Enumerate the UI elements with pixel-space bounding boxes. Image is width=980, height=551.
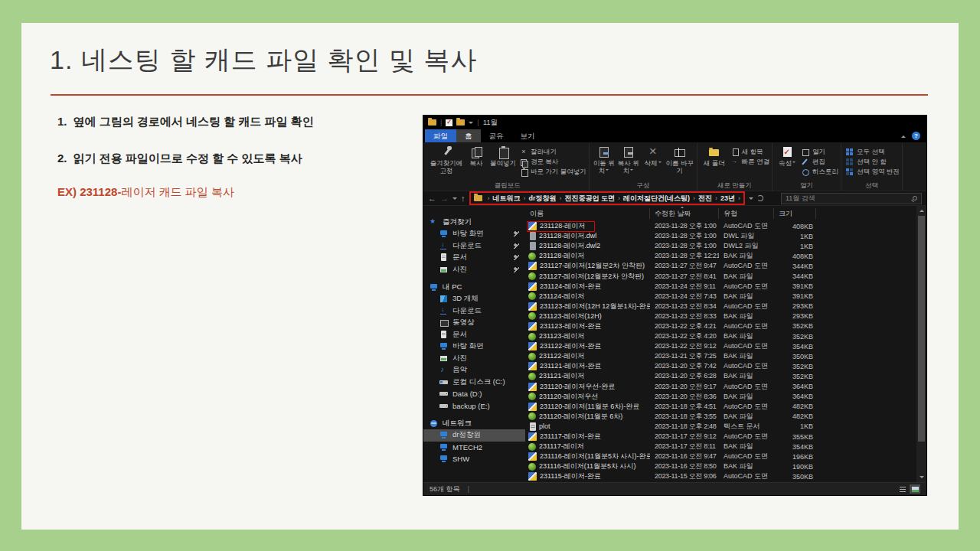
sidebar-item[interactable]: 3D 개체 (423, 293, 525, 305)
breadcrumb-segment[interactable]: › 11월 (735, 194, 744, 204)
ribbon-button-small[interactable]: 모두 선택 (846, 148, 900, 155)
ribbon-button-small[interactable]: 빠른 연결 (731, 158, 769, 165)
file-row[interactable]: 231122-레이저-완료 2023-11-22 오전 9:12 AutoCAD… (525, 341, 916, 351)
breadcrumb-segment[interactable]: › 23년 (712, 194, 735, 204)
ribbon-button-small[interactable]: 선택 안 함 (846, 158, 900, 165)
sidebar-item[interactable]: SHW (423, 453, 525, 465)
ribbon-collapse-icon[interactable] (901, 133, 906, 138)
sidebar-section-header[interactable]: 내 PC (423, 281, 525, 293)
file-row[interactable]: 231127-레이저(12월분2차 안착판) 2023-11-27 오전 9:4… (525, 261, 916, 271)
sidebar-item[interactable]: 사진 (423, 353, 525, 365)
sidebar-section-header[interactable]: 즐겨찾기 (423, 216, 525, 228)
breadcrumb-segment[interactable]: › 레이저절단건(네스팅) (615, 194, 690, 204)
breadcrumb-segment[interactable]: › 전진 (690, 194, 712, 204)
ribbon-button[interactable]: 복사 위치 (616, 145, 641, 175)
file-row[interactable]: 231128-레이저 2023-11-28 오후 1:00 AutoCAD 도면… (525, 221, 916, 231)
file-row[interactable]: 231120-레이저(11월분 6차) 2023-11-18 오후 3:55 B… (525, 412, 916, 422)
sidebar-item[interactable]: 다운로드 (423, 240, 525, 253)
quick-access-caret-icon[interactable] (469, 122, 473, 126)
ribbon-button-small[interactable]: 잘라내기 (520, 148, 586, 155)
file-row[interactable]: 231123-레이저(12H) 2023-11-23 오전 8:33 BAK 파… (525, 311, 916, 321)
column-header[interactable]: 크기 (774, 208, 816, 219)
file-row[interactable]: 231123-레이저-완료 2023-11-22 오후 4:21 AutoCAD… (525, 321, 916, 331)
ribbon-tab[interactable]: 공유 (481, 129, 512, 142)
back-button[interactable]: ← (428, 194, 436, 203)
help-icon[interactable]: ? (912, 132, 920, 140)
ribbon-tab[interactable]: 홈 (456, 129, 481, 142)
ribbon-button[interactable]: 속성 (775, 145, 799, 168)
file-row[interactable]: 231123-레이저(12H 12월분1차)-완료 2023-11-23 오전 … (525, 302, 916, 311)
sidebar-item[interactable]: 바탕 화면 (423, 228, 525, 240)
ribbon-button[interactable]: 새 폴더 (700, 145, 729, 168)
ribbon-button-small[interactable]: 선택 영역 반전 (846, 168, 900, 175)
ribbon-button[interactable]: 삭제 (641, 145, 665, 175)
sidebar-item[interactable]: dr정창원 (423, 429, 525, 442)
sidebar-item[interactable]: 다운로드 (423, 305, 525, 318)
scroll-up-icon[interactable] (916, 206, 926, 215)
sidebar-item[interactable]: 사진 (423, 264, 525, 276)
sidebar-item[interactable]: backup (E:) (423, 400, 525, 412)
column-header[interactable]: 유형 (719, 208, 774, 219)
ribbon-button[interactable]: 이동 위치 (592, 145, 616, 175)
sidebar-item[interactable]: MTECH2 (423, 442, 525, 454)
folder-icon[interactable] (456, 119, 465, 126)
file-row[interactable]: 231123-레이저 2023-11-22 오후 4:20 BAK 파일 352… (525, 331, 916, 341)
ribbon-button-small[interactable]: 편집 (802, 158, 838, 165)
address-dropdown-icon[interactable] (749, 197, 753, 202)
up-button[interactable]: ↑ (461, 194, 466, 203)
file-row[interactable]: 231122-레이저 2023-11-21 오후 7:25 BAK 파일 350… (525, 351, 916, 361)
sidebar-item[interactable]: 음악 (423, 364, 525, 377)
ribbon-button-small[interactable]: 열기 (802, 148, 838, 155)
history-caret-icon[interactable] (452, 197, 457, 202)
file-row[interactable]: 231120-레이저우선-완료 2023-11-20 오전 9:17 AutoC… (525, 382, 916, 392)
sidebar-item[interactable]: Data (D:) (423, 388, 525, 400)
file-row[interactable]: 231121-레이저 2023-11-20 오후 6:28 BAK 파일 352… (525, 371, 916, 381)
ribbon-tab[interactable]: 파일 (425, 129, 456, 142)
search-input[interactable]: 11월 검색 (781, 193, 922, 204)
sidebar-item[interactable]: 문서 (423, 252, 525, 264)
file-row[interactable]: 231124-레이저 2023-11-24 오전 7:43 BAK 파일 391… (525, 292, 916, 302)
breadcrumb-segment[interactable]: › 전진중공업 도면 (557, 194, 616, 204)
ribbon-button-small[interactable]: 히스토리 (802, 168, 838, 175)
file-row[interactable]: plot 2023-11-18 오후 2:48 텍스트 문서 1KB (525, 422, 916, 432)
file-row[interactable]: 231124-레이저-완료 2023-11-24 오전 9:11 AutoCAD… (525, 282, 916, 292)
ribbon-button[interactable]: 복사 (464, 145, 488, 175)
scroll-down-icon[interactable] (916, 473, 926, 482)
ribbon-button-small[interactable]: 경로 복사 (520, 158, 586, 165)
vertical-scrollbar[interactable] (916, 206, 926, 482)
scrollbar-thumb[interactable] (918, 216, 925, 442)
column-header[interactable]: 이름 (525, 208, 650, 219)
breadcrumb-segment[interactable]: › 네트워크 (485, 194, 521, 204)
refresh-icon[interactable] (757, 195, 763, 201)
ribbon-button[interactable]: 이름 바꾸기 (665, 145, 694, 175)
thumbnail-view-button[interactable] (910, 484, 920, 494)
file-row[interactable]: 231116-레이저(11월분5차 사시) 2023-11-16 오전 8:50… (525, 461, 916, 471)
sidebar-section-header[interactable]: 네트워크 (423, 417, 525, 429)
breadcrumb-segment[interactable]: › dr정창원 (521, 194, 557, 204)
file-row[interactable]: 231117-레이저 2023-11-17 오전 8:11 BAK 파일 354… (525, 442, 916, 452)
forward-button[interactable]: → (440, 194, 449, 203)
ribbon-button-small[interactable]: 새 항목 (731, 148, 769, 155)
sidebar-item[interactable]: 문서 (423, 329, 525, 341)
file-row[interactable]: 231115-레이저-완료 2023-11-15 오전 9:06 AutoCAD… (525, 471, 916, 481)
file-row[interactable]: 231120-레이저우선 2023-11-20 오전 8:36 BAK 파일 3… (525, 392, 916, 402)
file-row[interactable]: 231127-레이저(12월분2차 안착판) 2023-11-27 오전 8:4… (525, 271, 916, 281)
file-row[interactable]: 231128-레이저.dwl 2023-11-28 오후 1:00 DWL 파일… (525, 231, 916, 241)
ribbon-button-small[interactable]: 바로 가기 붙여넣기 (520, 168, 586, 175)
file-row[interactable]: 231128-레이저 2023-11-28 오후 12:21 BAK 파일 40… (525, 251, 916, 261)
ribbon-tab[interactable]: 보기 (512, 129, 544, 142)
file-row[interactable]: 231116-레이저(11월분5차 사시)-완료 2023-11-16 오전 9… (525, 452, 916, 461)
sidebar-item[interactable]: 동영상 (423, 317, 525, 329)
address-field-annotation[interactable]: › 네트워크 › dr정창원 › 전진중공업 도면 › 레이저절단건(네스팅) … (469, 191, 745, 205)
sidebar-item[interactable]: 바탕 화면 (423, 341, 525, 353)
file-row[interactable]: 231128-레이저.dwl2 2023-11-28 오후 1:00 DWL2 … (525, 241, 916, 251)
file-row[interactable]: 231117-레이저-완료 2023-11-17 오전 9:12 AutoCAD… (525, 432, 916, 442)
details-view-button[interactable] (897, 484, 908, 494)
file-row[interactable]: 231120-레이저(11월분 6차)-완료 2023-11-18 오후 4:5… (525, 402, 916, 412)
ribbon-button[interactable]: 즐겨찾기에 고정 (429, 145, 464, 175)
ribbon-button[interactable]: 붙여넣기 (488, 145, 518, 175)
file-row[interactable]: 231121-레이저-완료 2023-11-20 오후 7:42 AutoCAD… (525, 361, 916, 371)
column-header[interactable]: 수정한 날짜 (650, 208, 719, 219)
properties-quick-icon[interactable] (446, 119, 452, 126)
sidebar-item[interactable]: 로컬 디스크 (C:) (423, 377, 525, 389)
